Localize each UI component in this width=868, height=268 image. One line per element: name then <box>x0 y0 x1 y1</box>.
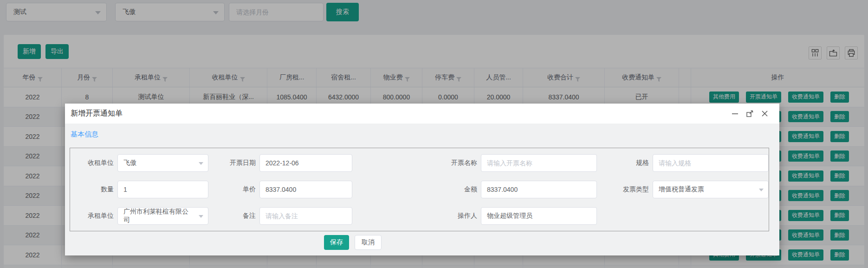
dialog-body: 基本信息 收租单位 飞傲 开票日期 开票名称 规格 数量 <box>65 124 779 255</box>
operator-label: 操作人 <box>356 212 477 220</box>
invoice-type-select[interactable]: 增值税普通发票 <box>653 181 769 198</box>
quantity-field[interactable] <box>117 181 208 198</box>
minimize-icon[interactable] <box>732 110 738 117</box>
invoice-date-label: 开票日期 <box>212 159 256 167</box>
unit-price-label: 单价 <box>212 185 256 194</box>
amount-label: 金额 <box>356 185 477 194</box>
invoice-notice-dialog: 新增开票通知单 基本信息 <box>65 104 779 255</box>
invoice-type-label: 发票类型 <box>601 185 649 194</box>
remark-label: 备注 <box>212 212 256 220</box>
basic-info-form: 收租单位 飞傲 开票日期 开票名称 规格 数量 单价 <box>70 148 769 231</box>
save-button[interactable]: 保存 <box>324 235 349 250</box>
landlord-label: 收租单位 <box>70 159 114 167</box>
page: 测试 飞傲 搜索 新增 导出 <box>0 0 868 268</box>
operator-field[interactable] <box>481 207 597 225</box>
landlord-field-select[interactable]: 飞傲 <box>117 154 208 172</box>
spec-label: 规格 <box>601 159 649 167</box>
chevron-down-icon <box>199 215 203 220</box>
invoice-name-field[interactable] <box>481 154 597 172</box>
fullscreen-icon[interactable] <box>746 110 753 117</box>
quantity-label: 数量 <box>70 185 114 194</box>
chevron-down-icon <box>199 162 203 167</box>
dialog-header: 新增开票通知单 <box>65 104 779 124</box>
tenant-field-select[interactable]: 广州市利莱鞋楦有限公司 <box>117 207 208 225</box>
spec-field[interactable] <box>653 154 769 172</box>
invoice-name-label: 开票名称 <box>356 159 477 167</box>
unit-price-field[interactable] <box>259 181 352 198</box>
remark-field[interactable] <box>259 207 352 225</box>
chevron-down-icon <box>759 189 764 194</box>
dialog-title: 新增开票通知单 <box>71 109 732 118</box>
section-title: 基本信息 <box>71 130 779 140</box>
invoice-date-field[interactable] <box>259 154 352 172</box>
tenant-label: 承租单位 <box>70 212 114 220</box>
amount-field[interactable] <box>481 181 597 198</box>
dialog-footer: 保存 取消 <box>324 235 779 250</box>
close-icon[interactable] <box>761 110 768 117</box>
cancel-button[interactable]: 取消 <box>355 235 382 250</box>
